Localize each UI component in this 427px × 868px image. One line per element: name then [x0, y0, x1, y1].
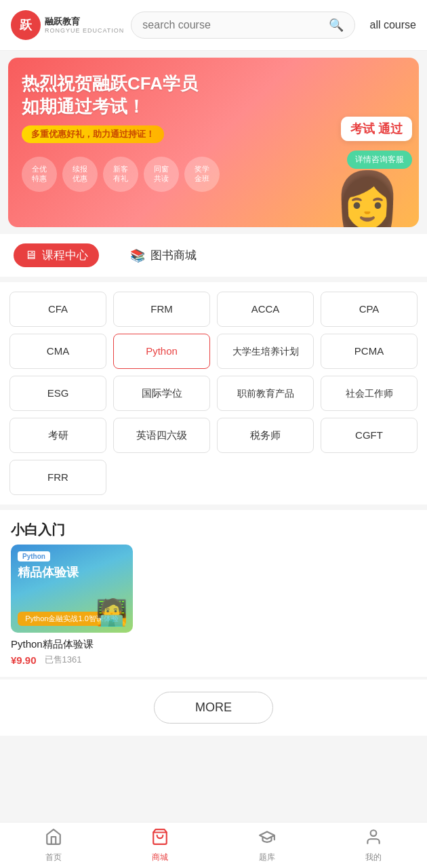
category-item-CMA[interactable]: CMA [9, 334, 106, 369]
category-item-SHGZS[interactable]: 社会工作师 [321, 376, 418, 411]
course-sold: 已售1361 [45, 654, 82, 666]
course-thumbnail: Python 精品体验课 Python金融实战1.0智课体验 🧑‍💻 [11, 545, 133, 633]
search-input[interactable] [142, 19, 323, 31]
category-item-CFA[interactable]: CFA [9, 292, 106, 327]
category-item-CPA[interactable]: CPA [321, 292, 418, 327]
course-thumb-badge: Python [18, 551, 50, 561]
more-section: MORE [0, 679, 427, 736]
banner-tags: 全优特惠 续报优惠 新客有礼 同窗共读 奖学金班 [22, 157, 405, 192]
category-item-ZQJYCP[interactable]: 职前教育产品 [217, 376, 314, 411]
category-item-DXSPJH[interactable]: 大学生培养计划 [217, 334, 314, 369]
nav-shop-label: 商城 [152, 852, 168, 863]
category-item-Python[interactable]: Python [113, 334, 210, 369]
nav-home-label: 首页 [45, 852, 62, 863]
home-icon [45, 828, 62, 850]
course-list: Python 精品体验课 Python金融实战1.0智课体验 🧑‍💻 Pytho… [0, 545, 427, 677]
library-icon [258, 828, 276, 850]
nav-library[interactable]: 题库 [214, 823, 321, 868]
banner-title: 热烈祝贺融跃CFA学员如期通过考试！ [22, 73, 405, 119]
bottom-nav: 首页 商城 题库 我的 [0, 822, 427, 868]
category-item-FRR[interactable]: FRR [9, 460, 106, 495]
course-name: Python精品体验课 [11, 638, 133, 651]
all-course-button[interactable]: all course [362, 19, 416, 31]
banner-tag: 全优特惠 [22, 157, 57, 192]
banner-subtitle: 多重优惠好礼，助力通过持证！ [22, 125, 164, 143]
category-section: CFA FRM ACCA CPA CMA Python 大学生培养计划 PCMA… [0, 282, 427, 505]
course-meta: ¥9.90 已售1361 [11, 654, 133, 666]
nav-profile[interactable]: 我的 [321, 823, 428, 868]
tab-books[interactable]: 📚 图书商城 [119, 243, 207, 267]
shop-icon [151, 828, 169, 850]
banner-tag: 续报优惠 [62, 157, 98, 192]
tab-courses[interactable]: 🖥 课程中心 [14, 243, 99, 267]
monitor-icon: 🖥 [24, 248, 37, 262]
category-item-PCMA[interactable]: PCMA [321, 334, 418, 369]
course-price: ¥9.90 [11, 654, 37, 666]
category-item-ACCA[interactable]: ACCA [217, 292, 314, 327]
category-item-ESG[interactable]: ESG [9, 376, 106, 411]
logo-icon: 跃 [11, 10, 41, 40]
category-item-YYSLJJ[interactable]: 英语四六级 [113, 418, 210, 453]
banner-tag: 新客有礼 [103, 157, 138, 192]
more-button[interactable]: MORE [154, 692, 273, 724]
nav-profile-label: 我的 [365, 852, 382, 863]
nav-home[interactable]: 首页 [0, 823, 107, 868]
course-card[interactable]: Python 精品体验课 Python金融实战1.0智课体验 🧑‍💻 Pytho… [11, 545, 133, 666]
section-title: 小白入门 [0, 510, 427, 545]
profile-icon [365, 828, 382, 850]
banner[interactable]: 热烈祝贺融跃CFA学员如期通过考试！ 多重优惠好礼，助力通过持证！ 全优特惠 续… [8, 58, 419, 227]
svg-text:跃: 跃 [19, 18, 33, 32]
nav-tabs: 🖥 课程中心 📚 图书商城 [0, 234, 427, 277]
banner-tag: 奖学金班 [184, 157, 220, 192]
banner-tag: 同窗共读 [144, 157, 179, 192]
search-bar[interactable]: 🔍 [131, 12, 355, 39]
category-item-FRM[interactable]: FRM [113, 292, 210, 327]
logo-text: 融跃教育 [45, 16, 124, 28]
category-item-CGFT[interactable]: CGFT [321, 418, 418, 453]
category-item-GJXW[interactable]: 国际学位 [113, 376, 210, 411]
category-item-kaoyuan[interactable]: 考研 [9, 418, 106, 453]
book-icon: 📚 [130, 248, 145, 263]
category-item-SWS[interactable]: 税务师 [217, 418, 314, 453]
course-thumb-title: 精品体验课 [18, 566, 79, 580]
logo-area: 跃 融跃教育 RONGYUE EDUCATION [11, 10, 124, 40]
header: 跃 融跃教育 RONGYUE EDUCATION 🔍 all course [0, 0, 427, 51]
logo-sub: RONGYUE EDUCATION [45, 27, 124, 34]
svg-point-3 [371, 830, 377, 836]
search-icon: 🔍 [329, 18, 344, 33]
nav-library-label: 题库 [259, 852, 275, 863]
course-thumb-figure: 🧑‍💻 [96, 597, 127, 627]
nav-shop[interactable]: 商城 [107, 823, 214, 868]
category-grid: CFA FRM ACCA CPA CMA Python 大学生培养计划 PCMA… [9, 292, 418, 495]
